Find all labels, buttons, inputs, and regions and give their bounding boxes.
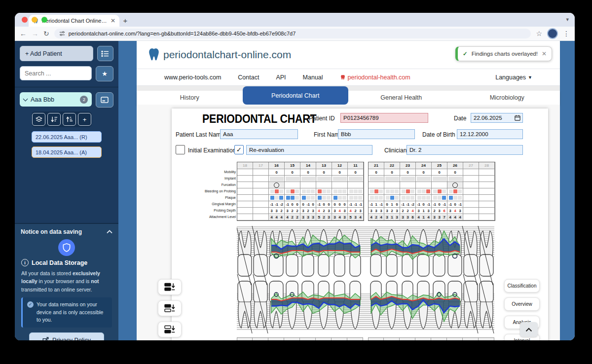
tooth-cell-gingival-margin-24[interactable]: -10-1 [416,201,432,208]
tooth-cell-attachment-level-22[interactable]: 313 [384,214,400,220]
tooth-cell-attachment-level-11[interactable]: 534 [348,214,364,220]
clinician-field[interactable] [407,145,523,155]
tooth-cell-probing-depth-13[interactable]: 423 [316,208,332,214]
browser-menu-icon[interactable]: ⋮ [563,30,570,37]
tooth-cell-gingival-margin-21[interactable]: -11-1 [369,201,384,208]
tab-general-health[interactable]: General Health [348,91,454,105]
back-icon[interactable]: ← [20,30,27,37]
profile-avatar[interactable] [547,28,558,39]
tooth-cell-mobility-14[interactable]: 0 [300,169,316,176]
add-patient-button[interactable]: + Add Patient [20,46,93,61]
tooth-cell-implant-14[interactable] [300,176,316,182]
teeth-chart-figure[interactable] [237,225,494,336]
tooth-cell-mobility-23[interactable]: 0 [400,169,416,176]
patient-id-field[interactable] [340,113,428,123]
tooth-cell-gingival-margin-23[interactable]: -1-1-2 [400,201,416,208]
calendar-icon[interactable] [515,115,520,121]
tooth-cell-bleeding-on-probing-15[interactable] [285,188,300,195]
add-record-button[interactable]: + [78,113,91,126]
layers-button[interactable] [32,113,45,126]
tooth-cell-furcation-15[interactable] [285,182,300,188]
tooth-cell-bleeding-on-probing-26[interactable] [447,188,463,195]
tooth-cell-furcation-22[interactable] [384,182,400,188]
patient-group-item[interactable]: Aaa Bbb 2 [20,92,92,107]
reevaluation-field[interactable] [246,145,372,155]
tooth-cell-attachment-level-26[interactable]: 444 [447,214,463,220]
tooth-cell-probing-depth-25[interactable]: 236 [432,208,447,214]
forward-icon[interactable]: → [32,30,38,37]
tooth-cell-bleeding-on-probing-16[interactable] [269,188,285,195]
tooth-cell-mobility-13[interactable]: 0 [316,169,332,176]
tooth-cell-gingival-margin-26[interactable]: -10-1 [447,201,463,208]
tooth-cell-furcation-21[interactable] [369,182,384,188]
action-classification[interactable]: Classification [504,279,540,292]
tooth-cell-probing-depth-26[interactable]: 343 [447,208,463,214]
tooth-cell-attachment-level-15[interactable]: 422 [285,214,300,220]
nav-link[interactable]: Manual [303,74,323,81]
export-both-charts-button[interactable] [158,279,182,295]
tooth-cell-mobility-24[interactable]: 0 [416,169,432,176]
languages-dropdown[interactable]: Languages▼ [495,74,532,81]
tooth-cell-mobility-21[interactable]: 0 [369,169,384,176]
tooth-cell-probing-depth-21[interactable]: 333 [369,208,384,214]
tooth-cell-attachment-level-16[interactable]: 444 [269,214,285,220]
collapse-chevron-up-icon[interactable] [107,230,112,234]
tooth-cell-gingival-margin-14[interactable]: 0-10 [300,201,316,208]
tooth-cell-plaque-12[interactable] [332,195,348,201]
tooth-cell-mobility-12[interactable]: 0 [332,169,348,176]
tooth-cell-implant-24[interactable] [416,176,432,182]
tooth-cell-implant-11[interactable] [348,176,364,182]
new-tab-button[interactable]: + [119,14,131,26]
tooth-cell-plaque-11[interactable] [348,195,364,201]
tooth-cell-plaque-21[interactable] [369,195,384,201]
tooth-cell-furcation-25[interactable] [432,182,447,188]
tooth-cell-implant-26[interactable] [447,176,463,182]
tooth-cell-implant-15[interactable] [285,176,300,182]
tooth-cell-mobility-16[interactable]: 0 [269,169,285,176]
tooth-cell-plaque-22[interactable] [384,195,400,201]
tooth-cell-attachment-level-13[interactable]: 523 [316,214,332,220]
reload-icon[interactable]: ↻ [43,30,49,37]
close-window-button[interactable] [22,17,28,23]
tooth-cell-gingival-margin-16[interactable]: -1-1-2 [269,201,285,208]
tooth-cell-mobility-15[interactable]: 0 [285,169,300,176]
tooth-cell-bleeding-on-probing-13[interactable] [316,188,332,195]
reevaluation-checkbox[interactable]: ✓ [234,145,244,154]
tooth-cell-attachment-level-25[interactable]: 337 [432,214,447,220]
tooth-cell-probing-depth-22[interactable]: 323 [384,208,400,214]
tooth-cell-plaque-16[interactable] [269,195,285,201]
tab-search-chevron-icon[interactable]: ▾ [566,16,569,23]
sort-descending-button[interactable] [47,113,61,126]
tooth-cell-implant-25[interactable] [432,176,447,182]
tooth-cell-plaque-23[interactable] [400,195,416,201]
tab-close-icon[interactable]: ✕ [111,17,115,24]
tab-periodontal-chart[interactable]: Periodontal Chart [243,86,349,105]
zoom-window-button[interactable] [41,17,47,23]
export-lower-chart-button[interactable] [158,322,182,337]
toast-close-icon[interactable]: ✕ [542,50,547,57]
tooth-cell-probing-depth-12[interactable]: 343 [332,208,348,214]
tooth-cell-probing-depth-15[interactable]: 322 [285,208,300,214]
tooth-cell-implant-22[interactable] [384,176,400,182]
dob-field[interactable] [457,129,523,139]
tooth-cell-bleeding-on-probing-12[interactable] [332,188,348,195]
tooth-cell-bleeding-on-probing-23[interactable] [400,188,416,195]
privacy-policy-button[interactable]: Privacy Policy [29,332,104,340]
favorites-button[interactable]: ★ [96,66,113,81]
bookmark-star-icon[interactable]: ☆ [536,30,542,37]
tooth-cell-bleeding-on-probing-24[interactable] [416,188,432,195]
tooth-cell-implant-16[interactable] [269,176,285,182]
tooth-cell-attachment-level-23[interactable]: 336 [400,214,416,220]
tooth-cell-furcation-14[interactable] [300,182,316,188]
tooth-cell-attachment-level-12[interactable]: 343 [332,214,348,220]
tooth-cell-plaque-25[interactable] [432,195,447,201]
app-logo[interactable]: periodontalchart-online.com [147,47,291,62]
export-upper-chart-button[interactable] [158,300,182,316]
nav-link[interactable]: www.perio-tools.com [164,74,221,81]
record-item[interactable]: 22.06.2025 Aaa... (R) [32,131,102,143]
nav-link[interactable]: Contact [238,74,259,81]
search-input[interactable]: Search ... [20,66,92,80]
tooth-cell-gingival-margin-15[interactable]: -100 [285,201,300,208]
tooth-cell-bleeding-on-probing-14[interactable] [300,188,316,195]
tooth-cell-implant-12[interactable] [332,176,348,182]
